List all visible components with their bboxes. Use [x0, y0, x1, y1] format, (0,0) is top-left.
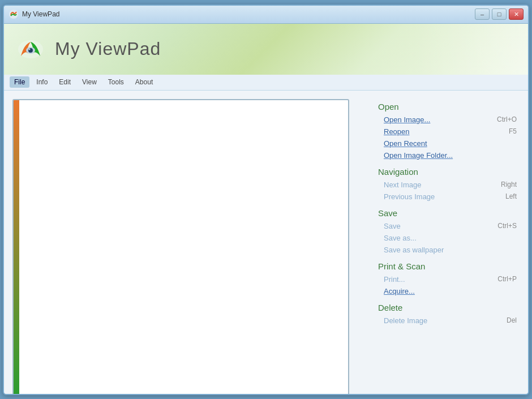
- app-header: My ViewPad: [4, 24, 528, 75]
- file-dropdown-menu: Open Open Image... Ctrl+O Reopen F5 Open…: [370, 91, 528, 394]
- title-bar-left: My ViewPad: [8, 9, 59, 19]
- print-label: Print...: [384, 275, 405, 284]
- menu-edit[interactable]: Edit: [54, 76, 75, 88]
- logo-area: My ViewPad: [15, 33, 161, 65]
- open-image-label: Open Image...: [384, 115, 430, 124]
- app-icon: [8, 9, 19, 19]
- save-wallpaper-label: Save as wallpaper: [384, 246, 444, 254]
- menu-bar: File Info Edit View Tools About: [4, 75, 528, 91]
- menu-acquire[interactable]: Acquire...: [370, 285, 528, 297]
- delete-image-label: Delete Image: [384, 316, 427, 325]
- image-canvas: [12, 99, 349, 394]
- svg-point-5: [29, 49, 31, 50]
- save-label: Save: [384, 222, 401, 230]
- menu-view[interactable]: View: [78, 76, 101, 88]
- menu-delete-image[interactable]: Delete Image Del: [370, 315, 528, 327]
- previous-image-label: Previous Image: [384, 192, 435, 201]
- acquire-label: Acquire...: [384, 287, 415, 295]
- close-button[interactable]: ✕: [509, 8, 524, 20]
- color-bar: [14, 100, 19, 394]
- app-window: My ViewPad – □ ✕ My ViewPad: [3, 5, 529, 395]
- save-as-label: Save as...: [384, 234, 417, 242]
- next-image-label: Next Image: [384, 181, 421, 189]
- menu-file[interactable]: File: [10, 76, 29, 88]
- menu-open-recent[interactable]: Open Recent: [370, 138, 528, 149]
- menu-print[interactable]: Print... Ctrl+P: [370, 273, 528, 285]
- delete-image-shortcut: Del: [507, 316, 517, 324]
- app-title: My ViewPad: [55, 38, 161, 59]
- open-folder-label: Open Image Folder...: [384, 151, 453, 160]
- menu-reopen[interactable]: Reopen F5: [370, 126, 528, 138]
- section-header-save: Save: [370, 205, 528, 220]
- section-header-delete: Delete: [370, 299, 528, 315]
- window-controls: – □ ✕: [475, 8, 524, 20]
- content-area: Open Open Image... Ctrl+O Reopen F5 Open…: [4, 91, 528, 394]
- section-header-print-scan: Print & Scan: [370, 258, 528, 273]
- menu-info[interactable]: Info: [32, 76, 52, 88]
- reopen-shortcut: F5: [509, 127, 517, 135]
- menu-next-image[interactable]: Next Image Right: [370, 179, 528, 191]
- logo-icon: [15, 33, 46, 65]
- menu-open-folder[interactable]: Open Image Folder...: [370, 149, 528, 161]
- maximize-button[interactable]: □: [492, 8, 507, 20]
- open-recent-label: Open Recent: [384, 139, 427, 148]
- menu-about[interactable]: About: [131, 76, 157, 88]
- section-header-open: Open: [370, 98, 528, 114]
- save-shortcut: Ctrl+S: [497, 222, 517, 230]
- minimize-button[interactable]: –: [475, 8, 490, 20]
- section-header-navigation: Navigation: [370, 164, 528, 179]
- menu-save-wallpaper[interactable]: Save as wallpaper: [370, 244, 528, 256]
- image-panel: [4, 91, 370, 394]
- print-shortcut: Ctrl+P: [497, 275, 517, 283]
- window-title: My ViewPad: [22, 10, 59, 18]
- reopen-label: Reopen: [384, 127, 410, 136]
- open-image-shortcut: Ctrl+O: [497, 115, 517, 123]
- menu-tools[interactable]: Tools: [104, 76, 128, 88]
- next-image-shortcut: Right: [501, 181, 517, 188]
- previous-image-shortcut: Left: [505, 192, 517, 200]
- menu-save[interactable]: Save Ctrl+S: [370, 220, 528, 232]
- menu-save-as[interactable]: Save as...: [370, 232, 528, 244]
- menu-open-image[interactable]: Open Image... Ctrl+O: [370, 114, 528, 126]
- title-bar: My ViewPad – □ ✕: [4, 6, 528, 24]
- menu-previous-image[interactable]: Previous Image Left: [370, 191, 528, 203]
